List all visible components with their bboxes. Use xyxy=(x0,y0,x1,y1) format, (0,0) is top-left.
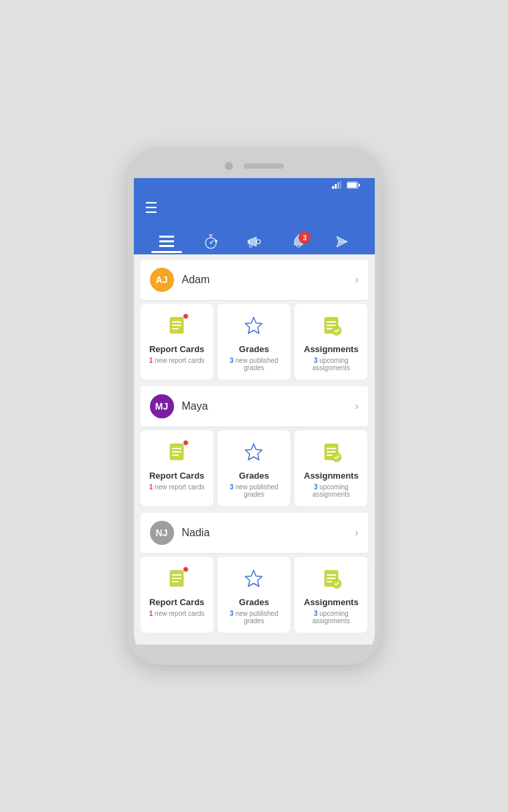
student-row-maya[interactable]: MJMaya› xyxy=(141,386,368,426)
card-count: 1 xyxy=(149,357,153,364)
svg-rect-8 xyxy=(159,240,174,242)
avatar-adam: AJ xyxy=(150,268,174,292)
card-count: 3 xyxy=(314,610,318,617)
card-subtitle-assignments: 3 upcoming assignments xyxy=(300,610,362,625)
chevron-right-icon: › xyxy=(355,527,358,539)
svg-rect-2 xyxy=(337,182,339,189)
card-subtitle-grades: 3 new published grades xyxy=(223,357,285,372)
card-subtitle-report: 1 new report cards xyxy=(149,610,205,617)
card-title-report: Report Cards xyxy=(149,344,204,354)
card-title-grades: Grades xyxy=(239,597,269,607)
card-assignments-adam[interactable]: Assignments3 upcoming assignments xyxy=(294,304,367,380)
cards-row-maya: Report Cards1 new report cards Grades3 n… xyxy=(141,430,368,506)
card-grades-maya[interactable]: Grades3 new published grades xyxy=(218,430,290,506)
card-notification-dot xyxy=(183,566,189,572)
report-icon-wrap xyxy=(166,315,187,339)
card-title-assignments: Assignments xyxy=(304,597,359,607)
title-row: ☰ xyxy=(145,199,364,226)
card-assignments-maya[interactable]: Assignments3 upcoming assignments xyxy=(294,430,367,506)
phone-bottom-bar xyxy=(134,645,375,658)
report-icon-wrap xyxy=(166,441,187,465)
card-subtitle-report: 1 new report cards xyxy=(149,357,205,364)
card-title-assignments: Assignments xyxy=(304,344,359,354)
avatar-maya: MJ xyxy=(150,394,174,418)
card-subtitle-assignments: 3 upcoming assignments xyxy=(300,483,362,498)
timer-icon xyxy=(204,234,218,249)
grades-icon-wrap xyxy=(243,568,264,592)
content-area: AJAdam› Report Cards1 new report cards G… xyxy=(134,254,375,645)
cards-row-nadia: Report Cards1 new report cards Grades3 n… xyxy=(141,557,368,633)
svg-rect-5 xyxy=(347,183,357,187)
svg-rect-9 xyxy=(159,245,174,247)
phone-speaker xyxy=(244,163,284,169)
phone-top-bar xyxy=(134,154,375,178)
assignments-icon-wrap xyxy=(321,441,342,465)
report-icon-wrap xyxy=(166,568,187,592)
nav-tabs: 3 xyxy=(145,226,364,254)
card-assignments-nadia[interactable]: Assignments3 upcoming assignments xyxy=(294,557,367,633)
send-icon xyxy=(335,235,349,248)
card-notification-dot xyxy=(183,313,189,319)
card-notification-dot xyxy=(183,440,189,446)
card-title-report: Report Cards xyxy=(149,597,204,607)
card-title-assignments: Assignments xyxy=(304,471,359,481)
chevron-right-icon: › xyxy=(355,400,358,412)
battery-icon xyxy=(347,181,360,189)
tab-timer[interactable] xyxy=(196,232,226,254)
grades-icon-wrap xyxy=(243,315,264,339)
avatar-nadia: NJ xyxy=(150,521,174,545)
card-count: 3 xyxy=(314,483,318,491)
card-count: 1 xyxy=(149,610,153,617)
card-count: 3 xyxy=(314,357,318,364)
phone-frame: ☰ xyxy=(127,147,382,665)
card-grades-adam[interactable]: Grades3 new published grades xyxy=(218,304,290,380)
grades-icon-wrap xyxy=(243,441,264,465)
student-section-nadia: NJNadia› Report Cards1 new report cards … xyxy=(141,513,368,633)
svg-point-14 xyxy=(209,242,211,244)
card-title-report: Report Cards xyxy=(149,471,204,481)
card-title-grades: Grades xyxy=(239,344,269,354)
svg-rect-1 xyxy=(335,184,337,189)
card-subtitle-grades: 3 new published grades xyxy=(223,610,285,625)
svg-point-17 xyxy=(256,240,260,244)
student-row-adam[interactable]: AJAdam› xyxy=(141,260,368,300)
student-row-nadia[interactable]: NJNadia› xyxy=(141,513,368,553)
hamburger-icon[interactable]: ☰ xyxy=(145,199,158,217)
megaphone-icon xyxy=(247,235,262,248)
card-report-maya[interactable]: Report Cards1 new report cards xyxy=(141,430,214,506)
svg-point-15 xyxy=(215,240,218,242)
student-section-maya: MJMaya› Report Cards1 new report cards G… xyxy=(141,386,368,506)
assignments-icon-wrap xyxy=(321,568,342,592)
svg-marker-44 xyxy=(246,570,262,586)
notification-badge: 3 xyxy=(299,232,311,244)
svg-rect-3 xyxy=(340,181,341,189)
card-report-nadia[interactable]: Report Cards1 new report cards xyxy=(141,557,214,633)
svg-marker-34 xyxy=(246,444,262,460)
card-count: 3 xyxy=(230,483,234,491)
student-name-adam: Adam xyxy=(182,274,355,286)
student-name-maya: Maya xyxy=(182,400,355,412)
list-icon xyxy=(159,236,174,248)
card-count: 3 xyxy=(230,357,234,364)
card-count: 3 xyxy=(230,610,234,617)
card-subtitle-report: 1 new report cards xyxy=(149,483,205,491)
card-subtitle-assignments: 3 upcoming assignments xyxy=(300,357,362,372)
card-report-adam[interactable]: Report Cards1 new report cards xyxy=(141,304,214,380)
card-grades-nadia[interactable]: Grades3 new published grades xyxy=(218,557,290,633)
card-count: 1 xyxy=(149,483,153,491)
chevron-right-icon: › xyxy=(355,274,358,286)
tab-announcements[interactable] xyxy=(239,232,270,254)
card-title-grades: Grades xyxy=(239,471,269,481)
svg-marker-24 xyxy=(246,317,262,333)
signal-icon xyxy=(332,181,341,189)
cards-row-adam: Report Cards1 new report cards Grades3 n… xyxy=(141,304,368,380)
app-header: ☰ xyxy=(134,191,375,254)
tab-list[interactable] xyxy=(151,233,182,253)
assignments-icon-wrap xyxy=(321,315,342,339)
tab-notifications[interactable]: 3 xyxy=(284,232,313,254)
card-subtitle-grades: 3 new published grades xyxy=(223,483,285,498)
student-section-adam: AJAdam› Report Cards1 new report cards G… xyxy=(141,260,368,380)
svg-rect-7 xyxy=(159,236,174,238)
tab-messages[interactable] xyxy=(327,232,357,254)
svg-rect-0 xyxy=(332,186,334,189)
